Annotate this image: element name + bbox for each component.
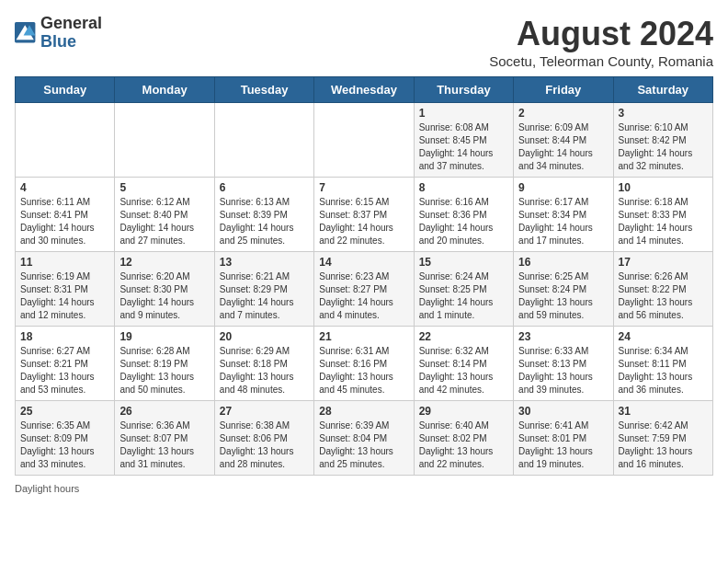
- day-info: Sunrise: 6:35 AM Sunset: 8:09 PM Dayligh…: [20, 419, 109, 471]
- daylight-label: Daylight hours: [15, 483, 79, 494]
- day-info: Sunrise: 6:24 AM Sunset: 8:25 PM Dayligh…: [419, 270, 508, 322]
- day-info: Sunrise: 6:31 AM Sunset: 8:16 PM Dayligh…: [319, 345, 408, 396]
- day-info: Sunrise: 6:41 AM Sunset: 8:01 PM Dayligh…: [518, 419, 608, 471]
- day-number: 25: [20, 405, 109, 418]
- day-cell: 4Sunrise: 6:11 AM Sunset: 8:41 PM Daylig…: [16, 178, 115, 252]
- day-cell: 6Sunrise: 6:13 AM Sunset: 8:39 PM Daylig…: [214, 178, 313, 252]
- day-number: 14: [319, 256, 408, 269]
- day-info: Sunrise: 6:34 AM Sunset: 8:11 PM Dayligh…: [619, 345, 708, 396]
- header-row: SundayMondayTuesdayWednesdayThursdayFrid…: [16, 77, 713, 103]
- day-info: Sunrise: 6:39 AM Sunset: 8:04 PM Dayligh…: [319, 419, 408, 471]
- day-cell: 19Sunrise: 6:28 AM Sunset: 8:19 PM Dayli…: [115, 327, 214, 401]
- day-cell: 20Sunrise: 6:29 AM Sunset: 8:18 PM Dayli…: [214, 327, 313, 401]
- day-number: 28: [319, 405, 408, 418]
- day-cell: [16, 103, 115, 178]
- week-row-2: 4Sunrise: 6:11 AM Sunset: 8:41 PM Daylig…: [16, 178, 713, 252]
- logo-text: General Blue: [40, 15, 102, 52]
- day-info: Sunrise: 6:09 AM Sunset: 8:44 PM Dayligh…: [518, 121, 608, 173]
- day-number: 19: [119, 330, 209, 343]
- week-row-5: 25Sunrise: 6:35 AM Sunset: 8:09 PM Dayli…: [16, 401, 713, 476]
- day-info: Sunrise: 6:19 AM Sunset: 8:31 PM Dayligh…: [20, 270, 109, 322]
- day-info: Sunrise: 6:13 AM Sunset: 8:39 PM Dayligh…: [220, 196, 309, 247]
- day-info: Sunrise: 6:20 AM Sunset: 8:30 PM Dayligh…: [119, 270, 209, 322]
- day-cell: 24Sunrise: 6:34 AM Sunset: 8:11 PM Dayli…: [613, 327, 712, 401]
- day-cell: 5Sunrise: 6:12 AM Sunset: 8:40 PM Daylig…: [115, 178, 214, 252]
- calendar-title: August 2024: [489, 15, 713, 53]
- day-cell: 3Sunrise: 6:10 AM Sunset: 8:42 PM Daylig…: [613, 103, 712, 178]
- day-number: 10: [619, 181, 708, 194]
- day-cell: 12Sunrise: 6:20 AM Sunset: 8:30 PM Dayli…: [115, 252, 214, 327]
- day-cell: 7Sunrise: 6:15 AM Sunset: 8:37 PM Daylig…: [314, 178, 414, 252]
- day-cell: [314, 103, 414, 178]
- day-cell: 27Sunrise: 6:38 AM Sunset: 8:06 PM Dayli…: [214, 401, 313, 476]
- day-number: 6: [220, 181, 309, 194]
- day-number: 5: [119, 181, 209, 194]
- day-cell: 25Sunrise: 6:35 AM Sunset: 8:09 PM Dayli…: [16, 401, 115, 476]
- day-number: 20: [220, 330, 309, 343]
- logo-icon: [15, 22, 37, 44]
- day-cell: 30Sunrise: 6:41 AM Sunset: 8:01 PM Dayli…: [514, 401, 613, 476]
- col-header-wednesday: Wednesday: [314, 77, 414, 103]
- calendar-subtitle: Socetu, Teleorman County, Romania: [489, 53, 713, 69]
- day-cell: 26Sunrise: 6:36 AM Sunset: 8:07 PM Dayli…: [115, 401, 214, 476]
- day-number: 12: [119, 256, 209, 269]
- day-number: 22: [419, 330, 508, 343]
- col-header-tuesday: Tuesday: [214, 77, 313, 103]
- day-number: 7: [319, 181, 408, 194]
- day-cell: 2Sunrise: 6:09 AM Sunset: 8:44 PM Daylig…: [514, 103, 613, 178]
- logo-general: General: [40, 15, 102, 33]
- day-info: Sunrise: 6:42 AM Sunset: 7:59 PM Dayligh…: [619, 419, 708, 471]
- day-info: Sunrise: 6:32 AM Sunset: 8:14 PM Dayligh…: [419, 345, 508, 396]
- day-number: 18: [20, 330, 109, 343]
- day-number: 2: [518, 107, 608, 120]
- day-number: 29: [419, 405, 508, 418]
- day-info: Sunrise: 6:10 AM Sunset: 8:42 PM Dayligh…: [619, 121, 708, 173]
- week-row-1: 1Sunrise: 6:08 AM Sunset: 8:45 PM Daylig…: [16, 103, 713, 178]
- day-number: 26: [119, 405, 209, 418]
- day-cell: 21Sunrise: 6:31 AM Sunset: 8:16 PM Dayli…: [314, 327, 414, 401]
- day-info: Sunrise: 6:12 AM Sunset: 8:40 PM Dayligh…: [119, 196, 209, 247]
- day-number: 24: [619, 330, 708, 343]
- day-cell: 23Sunrise: 6:33 AM Sunset: 8:13 PM Dayli…: [514, 327, 613, 401]
- day-info: Sunrise: 6:29 AM Sunset: 8:18 PM Dayligh…: [220, 345, 309, 396]
- day-cell: 17Sunrise: 6:26 AM Sunset: 8:22 PM Dayli…: [613, 252, 712, 327]
- day-info: Sunrise: 6:23 AM Sunset: 8:27 PM Dayligh…: [319, 270, 408, 322]
- day-cell: 8Sunrise: 6:16 AM Sunset: 8:36 PM Daylig…: [414, 178, 513, 252]
- day-number: 3: [619, 107, 708, 120]
- day-cell: 31Sunrise: 6:42 AM Sunset: 7:59 PM Dayli…: [613, 401, 712, 476]
- day-info: Sunrise: 6:17 AM Sunset: 8:34 PM Dayligh…: [518, 196, 608, 247]
- day-cell: 18Sunrise: 6:27 AM Sunset: 8:21 PM Dayli…: [16, 327, 115, 401]
- day-cell: 14Sunrise: 6:23 AM Sunset: 8:27 PM Dayli…: [314, 252, 414, 327]
- day-cell: 10Sunrise: 6:18 AM Sunset: 8:33 PM Dayli…: [613, 178, 712, 252]
- logo-blue: Blue: [40, 33, 102, 52]
- day-info: Sunrise: 6:40 AM Sunset: 8:02 PM Dayligh…: [419, 419, 508, 471]
- day-cell: 13Sunrise: 6:21 AM Sunset: 8:29 PM Dayli…: [214, 252, 313, 327]
- day-info: Sunrise: 6:25 AM Sunset: 8:24 PM Dayligh…: [518, 270, 608, 322]
- day-cell: 15Sunrise: 6:24 AM Sunset: 8:25 PM Dayli…: [414, 252, 513, 327]
- day-number: 11: [20, 256, 109, 269]
- day-info: Sunrise: 6:16 AM Sunset: 8:36 PM Dayligh…: [419, 196, 508, 247]
- day-info: Sunrise: 6:18 AM Sunset: 8:33 PM Dayligh…: [619, 196, 708, 247]
- day-number: 16: [518, 256, 608, 269]
- col-header-sunday: Sunday: [16, 77, 115, 103]
- day-info: Sunrise: 6:38 AM Sunset: 8:06 PM Dayligh…: [220, 419, 309, 471]
- day-info: Sunrise: 6:15 AM Sunset: 8:37 PM Dayligh…: [319, 196, 408, 247]
- day-number: 13: [220, 256, 309, 269]
- day-cell: [214, 103, 313, 178]
- day-number: 15: [419, 256, 508, 269]
- day-info: Sunrise: 6:08 AM Sunset: 8:45 PM Dayligh…: [419, 121, 508, 173]
- col-header-thursday: Thursday: [414, 77, 513, 103]
- day-cell: [115, 103, 214, 178]
- day-info: Sunrise: 6:28 AM Sunset: 8:19 PM Dayligh…: [119, 345, 209, 396]
- day-cell: 16Sunrise: 6:25 AM Sunset: 8:24 PM Dayli…: [514, 252, 613, 327]
- logo: General Blue: [15, 15, 102, 52]
- day-number: 23: [518, 330, 608, 343]
- day-info: Sunrise: 6:26 AM Sunset: 8:22 PM Dayligh…: [619, 270, 708, 322]
- day-number: 21: [319, 330, 408, 343]
- day-number: 9: [518, 181, 608, 194]
- calendar-table: SundayMondayTuesdayWednesdayThursdayFrid…: [15, 76, 713, 476]
- day-cell: 1Sunrise: 6:08 AM Sunset: 8:45 PM Daylig…: [414, 103, 513, 178]
- day-cell: 11Sunrise: 6:19 AM Sunset: 8:31 PM Dayli…: [16, 252, 115, 327]
- day-number: 27: [220, 405, 309, 418]
- day-number: 30: [518, 405, 608, 418]
